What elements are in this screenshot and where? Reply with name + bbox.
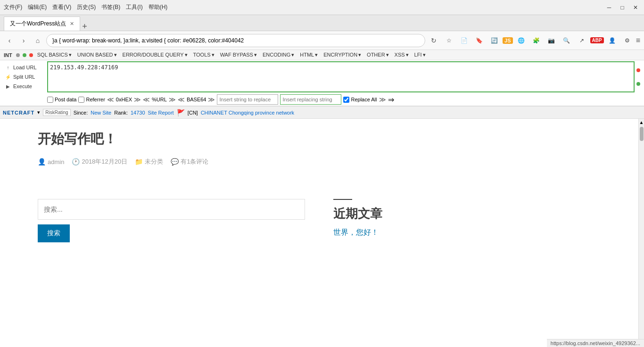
execute-icon: ▶	[5, 83, 11, 90]
load-url-button[interactable]: ↑ Load URL	[3, 63, 46, 72]
url-left-arrow[interactable]: ≪	[143, 96, 150, 103]
zoom-button[interactable]: 🔍	[560, 34, 573, 47]
menu-history[interactable]: 历史(S)	[77, 3, 96, 11]
base64-right-arrow[interactable]: ≫	[208, 96, 215, 103]
browser-tabbar: 又一个WordPress站点 ✕ +	[0, 15, 644, 31]
tab-close-button[interactable]: ✕	[70, 21, 74, 27]
replace-execute-icon[interactable]: ⇒	[388, 95, 394, 104]
abp-badge[interactable]: ABP	[590, 37, 604, 43]
menu-file[interactable]: 文件(F)	[4, 3, 22, 11]
meta-comments: 💬 有1条评论	[171, 157, 208, 166]
post-data-checkbox-label[interactable]: Post data	[47, 97, 76, 103]
url-right-arrow[interactable]: ≫	[169, 96, 176, 103]
hackbar-encryption[interactable]: ENCRYPTION	[321, 51, 363, 59]
status-url: https://blog.csdn.net/weixin_4929362...	[551, 340, 640, 346]
minimize-button[interactable]: ─	[604, 3, 614, 12]
netcraft-dropdown[interactable]: ▾	[37, 109, 40, 116]
menu-view[interactable]: 查看(V)	[52, 3, 71, 11]
date-icon: 🕐	[72, 158, 80, 165]
close-button[interactable]: ✕	[631, 3, 640, 12]
hex-right-arrow[interactable]: ≫	[134, 96, 141, 103]
site-report-link[interactable]: Site Report	[148, 110, 174, 116]
execute-button[interactable]: ▶ Execute	[3, 82, 46, 91]
widgets-area: 搜索 近期文章 世界，您好！	[0, 190, 638, 252]
hackbar-tools[interactable]: TOOLS	[191, 51, 217, 59]
hackbar-encoding[interactable]: ENCODING	[260, 51, 297, 59]
forward-button[interactable]: ›	[18, 35, 29, 46]
hackbar-html[interactable]: HTML	[297, 51, 320, 59]
hackbar-xss[interactable]: XSS	[392, 51, 411, 59]
address-input[interactable]	[46, 34, 425, 47]
pocket-button[interactable]: 🔖	[472, 34, 486, 47]
insert-string-input[interactable]	[217, 94, 278, 105]
page-main: 开始写作吧！ 👤 admin 🕐 2018年12月20日 📁 未分类 💬 有1条…	[0, 119, 638, 347]
new-site-link[interactable]: New Site	[91, 110, 111, 116]
hackbar-dot-3	[29, 53, 33, 57]
rank-label: Rank:	[114, 110, 128, 116]
menu-tools[interactable]: 工具(I)	[126, 3, 142, 11]
referrer-checkbox-label[interactable]: Referrer	[78, 97, 105, 103]
globe-button[interactable]: 🌐	[515, 34, 528, 47]
scrollbar[interactable]: ▲	[638, 119, 644, 347]
recent-divider	[333, 199, 352, 200]
risk-rating-badge: RiskRating	[43, 109, 70, 116]
browser-menu: 文件(F) 编辑(E) 查看(V) 历史(S) 书签(B) 工具(I) 帮助(H…	[4, 3, 167, 11]
search-button[interactable]: 搜索	[38, 224, 70, 242]
comments-icon: 💬	[171, 158, 179, 165]
hackbar-url-input[interactable]: 219.153.49.228:47169	[47, 61, 635, 92]
scroll-up-arrow[interactable]: ▲	[639, 120, 644, 125]
hackbar-waf-bypass[interactable]: WAF BYPASS	[218, 51, 259, 59]
replace-all-checkbox[interactable]	[343, 97, 349, 103]
user-button[interactable]: 👤	[606, 34, 619, 47]
insert-replacing-input[interactable]	[280, 94, 341, 105]
refresh-button[interactable]: ↻	[428, 35, 439, 46]
author-icon: 👤	[38, 158, 46, 165]
hex-left-arrow[interactable]: ≪	[107, 96, 114, 103]
menu-edit[interactable]: 编辑(E)	[28, 3, 47, 11]
replace-right-arrow[interactable]: ≫	[379, 96, 386, 103]
hamburger-menu[interactable]: ≡	[636, 36, 640, 45]
bookmark-star-button[interactable]: ☆	[442, 34, 455, 47]
meta-date: 🕐 2018年12月20日	[72, 157, 127, 166]
reader-view-button[interactable]: 📄	[457, 34, 471, 47]
active-tab[interactable]: 又一个WordPress站点 ✕	[4, 17, 80, 31]
search-input[interactable]	[38, 199, 305, 220]
base64-left-arrow[interactable]: ≪	[178, 96, 185, 103]
hackbar-sql-basics[interactable]: SQL BASICS	[35, 51, 74, 59]
recent-article-link[interactable]: 世界，您好！	[333, 228, 379, 236]
menu-bookmarks[interactable]: 书签(B)	[101, 3, 120, 11]
referrer-checkbox[interactable]	[78, 97, 84, 103]
split-url-icon: ⚡	[5, 74, 11, 80]
hackbar-other[interactable]: OTHER	[364, 51, 391, 59]
js-badge[interactable]: JS	[503, 37, 512, 44]
replace-all-checkbox-label[interactable]: Replace All	[343, 97, 377, 103]
screenshot-button[interactable]: 📷	[545, 34, 558, 47]
browser-addressbar: ‹ › ⌂ ↻ ☆ 📄 🔖 🔄 JS 🌐 🧩 📷 🔍 ↗ ABP 👤 ⚙ ≡	[0, 31, 644, 50]
hackbar: INT SQL BASICS UNION BASED ERROR/DOUBLE …	[0, 50, 644, 107]
home-button[interactable]: ⌂	[32, 35, 43, 46]
comments-count: 有1条评论	[181, 157, 208, 166]
hackbar-lfi[interactable]: LFI	[412, 51, 428, 59]
hackbar-union-based[interactable]: UNION BASED	[75, 51, 119, 59]
sync-button[interactable]: 🔄	[487, 34, 501, 47]
rank-number-link[interactable]: 14730	[131, 110, 145, 116]
tab-title: 又一个WordPress站点	[10, 20, 66, 28]
extensions-button[interactable]: 🧩	[530, 34, 543, 47]
network-link[interactable]: CHINANET Chongqing province network	[201, 110, 295, 116]
hackbar-right-dots	[635, 61, 642, 92]
new-tab-button[interactable]: +	[82, 22, 87, 31]
maximize-button[interactable]: □	[618, 3, 627, 12]
hackbar-int-label: INT	[2, 51, 14, 59]
share-button[interactable]: ↗	[575, 34, 588, 47]
back-button[interactable]: ‹	[4, 35, 15, 46]
split-url-button[interactable]: ⚡ Split URL	[3, 73, 46, 81]
right-dot-2	[636, 82, 640, 86]
menu-help[interactable]: 帮助(H)	[149, 3, 168, 11]
post-data-checkbox[interactable]	[47, 97, 53, 103]
hackbar-url-area: ↑ Load URL ⚡ Split URL ▶ Execute 219.153…	[0, 60, 644, 93]
hackbar-error-double[interactable]: ERROR/DOUBLE QUERY	[120, 51, 190, 59]
settings-button[interactable]: ⚙	[621, 34, 634, 47]
scrollbar-thumb[interactable]	[640, 127, 644, 141]
post-date: 2018年12月20日	[82, 157, 127, 166]
execute-label: Execute	[13, 83, 32, 89]
